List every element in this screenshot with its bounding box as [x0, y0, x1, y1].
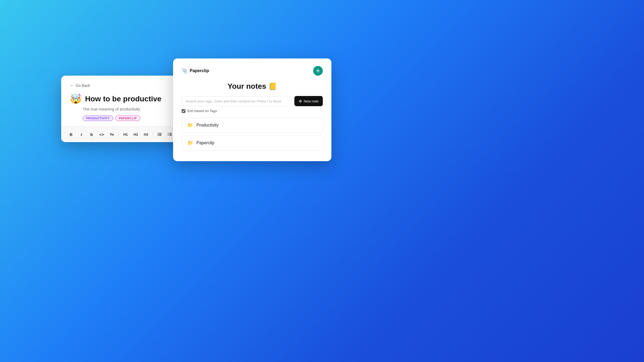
svg-rect-3 [159, 134, 162, 135]
toolbar-h3-button[interactable]: H3 [141, 130, 151, 139]
svg-text:3.: 3. [168, 134, 169, 136]
group-label-paperclip: Paperclip [196, 141, 214, 145]
tag-productivity[interactable]: PRODUCTIVITY [83, 116, 113, 121]
new-note-label: New note [304, 99, 319, 103]
toolbar-italic-button[interactable]: I [77, 130, 86, 139]
svg-point-2 [158, 134, 159, 135]
app-logo-text: Paperclip [190, 68, 209, 73]
list-item[interactable]: 📁 Paperclip [182, 135, 323, 150]
toolbar-h1-button[interactable]: H1 [121, 130, 130, 139]
go-back-label: Go Back [76, 83, 90, 88]
search-input[interactable] [182, 96, 292, 106]
folder-icon: 📁 [187, 140, 193, 146]
group-label-productivity: Productivity [196, 123, 219, 128]
add-circle-button[interactable] [313, 66, 323, 76]
app-logo: 📎 Paperclip [182, 68, 209, 74]
new-note-plus-icon: ⊕ [299, 99, 302, 104]
toolbar-divider-2 [153, 132, 153, 137]
plus-icon [315, 68, 321, 73]
svg-rect-5 [159, 135, 162, 136]
list-item[interactable]: 📁 Productivity [182, 118, 323, 133]
toolbar-clear-button[interactable]: Tx [107, 130, 116, 139]
notes-list-card: 📎 Paperclip Your notes 📒 ⊕ New note Sort… [173, 58, 331, 161]
sort-checkbox[interactable] [182, 109, 185, 113]
svg-rect-1 [159, 133, 162, 134]
note-emoji: 🤯 [70, 93, 82, 105]
folder-icon: 📁 [187, 122, 193, 128]
paperclip-logo-icon: 📎 [182, 68, 188, 74]
page-title-text: Your notes [228, 82, 266, 90]
svg-point-4 [158, 135, 159, 136]
search-row: ⊕ New note [182, 96, 323, 106]
svg-rect-9 [169, 134, 172, 135]
sort-label: Sort based on Tags [187, 109, 217, 113]
sort-row: Sort based on Tags [182, 109, 323, 113]
notes-group-list: 📁 Productivity 📁 Paperclip [182, 118, 323, 150]
toolbar-code-button[interactable]: <> [97, 130, 106, 139]
page-title: Your notes 📒 [182, 82, 323, 91]
svg-rect-11 [169, 135, 172, 136]
svg-point-0 [158, 133, 159, 134]
toolbar-bold-button[interactable]: B [67, 130, 76, 139]
back-arrow-icon: ← [70, 83, 74, 88]
notes-header-row: 📎 Paperclip [182, 66, 323, 76]
toolbar-bullet-button[interactable] [155, 130, 164, 139]
toolbar-divider-1 [119, 132, 119, 137]
toolbar-h2-button[interactable]: H2 [131, 130, 140, 139]
page-title-emoji: 📒 [268, 82, 277, 90]
svg-rect-7 [169, 133, 172, 134]
toolbar-strikethrough-button[interactable]: S [87, 130, 96, 139]
tag-paperclip[interactable]: PAPERCLIP [115, 116, 140, 121]
new-note-button[interactable]: ⊕ New note [294, 96, 323, 106]
